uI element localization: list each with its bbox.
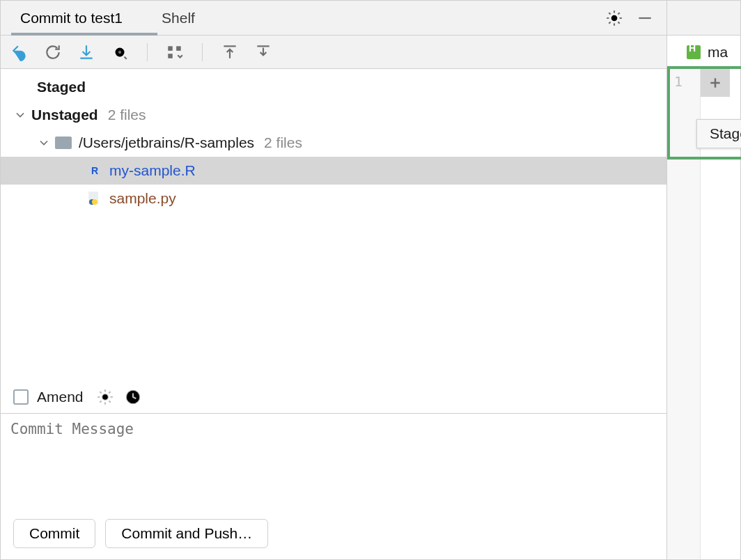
download-icon[interactable]	[77, 43, 95, 61]
commit-tool-window: Commit to test1 Shelf	[1, 1, 667, 559]
tab-shelf[interactable]: Shelf	[142, 1, 214, 35]
python-file-icon	[86, 190, 102, 207]
gear-icon[interactable]	[605, 9, 623, 27]
toolbar	[1, 36, 666, 69]
amend-row: Amend	[1, 380, 666, 413]
chevron-down-icon	[37, 136, 51, 150]
minimize-icon[interactable]	[636, 9, 654, 27]
file-row-py[interactable]: sample.py	[1, 185, 666, 212]
active-tab-underline	[11, 33, 157, 36]
unstaged-node[interactable]: Unstaged 2 files	[1, 101, 666, 129]
svg-rect-5	[176, 46, 180, 51]
r-file-icon: R	[86, 162, 102, 179]
svg-rect-4	[168, 46, 173, 51]
editor-panel: ma 1 Stage	[667, 1, 740, 559]
stage-plus-button[interactable]	[701, 69, 730, 97]
gear-icon[interactable]	[96, 388, 114, 406]
file-row-r[interactable]: R my-sample.R	[1, 157, 666, 185]
group-by-icon[interactable]	[166, 43, 184, 61]
file-name: sample.py	[109, 190, 176, 207]
commit-and-push-button[interactable]: Commit and Push…	[105, 519, 268, 548]
tab-commit[interactable]: Commit to test1	[1, 1, 142, 35]
folder-path: /Users/jetbrains/R-samples	[79, 134, 254, 151]
history-icon[interactable]	[124, 388, 142, 406]
chevron-down-icon	[13, 108, 27, 122]
svg-point-0	[611, 15, 618, 21]
breadcrumb-bar: ma	[667, 36, 740, 69]
breadcrumb-text: ma	[708, 44, 728, 61]
html-file-icon	[687, 45, 701, 59]
expand-all-icon[interactable]	[221, 43, 239, 61]
svg-point-16	[102, 394, 108, 400]
svg-text:R: R	[91, 165, 98, 176]
show-diff-icon[interactable]	[111, 43, 129, 61]
file-name: my-sample.R	[109, 162, 196, 179]
staged-node[interactable]: Staged	[1, 73, 666, 101]
amend-checkbox[interactable]	[13, 389, 29, 405]
staged-label: Staged	[37, 79, 86, 95]
unstaged-count: 2 files	[108, 107, 146, 123]
folder-count: 2 files	[264, 134, 302, 151]
rollback-icon[interactable]	[10, 43, 29, 61]
folder-icon	[55, 137, 72, 149]
svg-rect-6	[168, 54, 173, 59]
folder-node[interactable]: /Users/jetbrains/R-samples 2 files	[1, 129, 666, 157]
amend-label: Amend	[37, 389, 84, 405]
refresh-icon[interactable]	[44, 43, 62, 61]
svg-point-3	[118, 50, 121, 53]
svg-point-15	[92, 199, 98, 205]
editor-tab-strip	[667, 1, 740, 36]
tab-bar: Commit to test1 Shelf	[1, 1, 666, 36]
editor-body[interactable]: Stage	[701, 69, 740, 559]
line-number: 1	[667, 73, 700, 90]
stage-tooltip: Stage	[696, 119, 741, 148]
changes-tree: Staged Unstaged 2 files /Users/jetbrains…	[1, 69, 666, 380]
commit-message-input[interactable]	[1, 414, 666, 515]
collapse-all-icon[interactable]	[254, 43, 272, 61]
separator	[202, 43, 203, 61]
unstaged-label: Unstaged	[31, 107, 98, 123]
separator	[147, 43, 148, 61]
line-gutter: 1	[667, 69, 701, 559]
commit-button[interactable]: Commit	[13, 519, 95, 548]
